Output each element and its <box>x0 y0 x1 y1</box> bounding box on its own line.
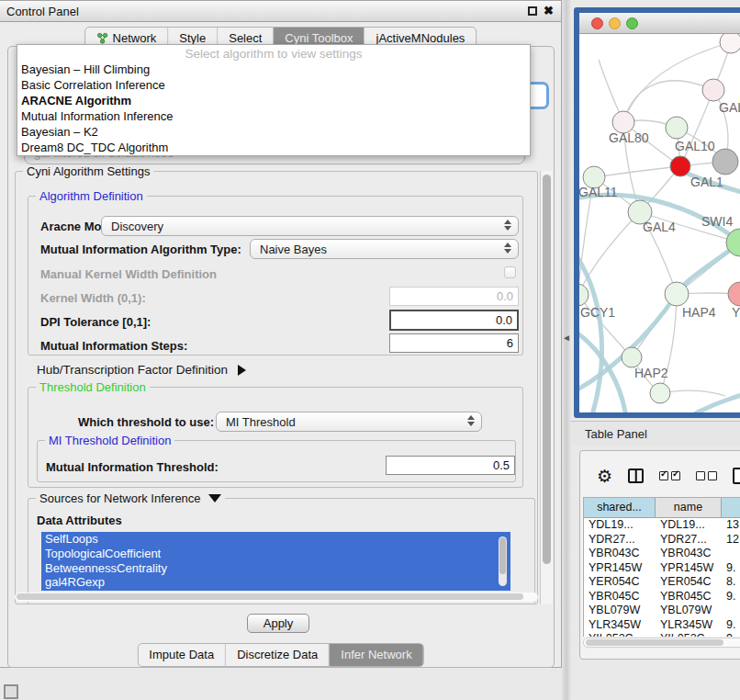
list-scrollbar[interactable] <box>499 536 507 586</box>
export-table-icon[interactable] <box>733 468 740 484</box>
table-row[interactable]: YLR345WYLR345W9. <box>584 618 740 633</box>
table-cell[interactable]: YDL19... <box>584 518 656 533</box>
table-cell[interactable]: YBR045C <box>656 590 722 604</box>
data-attribute-item[interactable]: gal4RGexp <box>41 575 510 590</box>
panel-splitter[interactable] <box>562 0 571 700</box>
network-node-y[interactable] <box>728 282 740 306</box>
dpi-tolerance-field[interactable]: 0.0 <box>389 310 519 331</box>
algorithm-option[interactable]: Bayesian – Hill Climbing <box>17 62 530 77</box>
table-row[interactable]: YIL052CYIL052C9 <box>584 632 740 637</box>
table-cell[interactable]: YLR345W <box>584 618 656 633</box>
tab-impute-data[interactable]: Impute Data <box>138 644 225 666</box>
table-cell[interactable]: YBR045C <box>584 590 656 604</box>
settings-horizontal-scrollbar[interactable] <box>15 593 538 602</box>
algorithm-option[interactable]: ARACNE Algorithm <box>17 93 530 108</box>
mi-steps-field[interactable]: 6 <box>389 333 519 353</box>
manual-kernel-width-checkbox[interactable] <box>504 266 516 278</box>
tab-infer-network[interactable]: Infer Network <box>329 644 422 666</box>
mi-threshold-field[interactable]: 0.5 <box>386 456 515 475</box>
split-columns-icon[interactable] <box>628 469 644 483</box>
table-cell[interactable]: 9. <box>722 561 740 576</box>
network-view-window: GALGAL80GAL10GAL1GAL11GAL4SWI4GCY1HAP4YH… <box>574 7 740 418</box>
splitter-collapse-icon[interactable]: ◄ <box>562 333 571 343</box>
column-header-name[interactable]: name <box>656 498 722 518</box>
algorithm-option[interactable]: Bayesian – K2 <box>17 124 530 140</box>
table-row[interactable]: YDR27...YDR27...12 <box>584 533 740 548</box>
network-node-hap2[interactable] <box>622 347 642 367</box>
aracne-mode-combobox[interactable]: Discovery <box>101 216 519 236</box>
table-panel-titlebar: Table Panel <box>571 421 740 446</box>
tab-select-label: Select <box>229 31 262 45</box>
expand-right-icon[interactable] <box>238 365 246 376</box>
network-node-gal[interactable] <box>702 79 724 101</box>
table-horizontal-scrollbar[interactable] <box>583 638 740 648</box>
table-cell[interactable]: YBL079W <box>584 604 656 618</box>
table-cell[interactable]: YDR27... <box>584 533 656 548</box>
table-row[interactable]: YDL19...YDL19...13 <box>584 518 740 533</box>
table-cell[interactable]: YLR345W <box>656 618 722 633</box>
network-node[interactable] <box>650 383 670 403</box>
mi-threshold-label: Mutual Information Threshold: <box>46 460 219 474</box>
algorithm-option[interactable]: Basic Correlation Inference <box>17 77 530 93</box>
table-cell[interactable]: YBR043C <box>656 547 722 561</box>
control-panel-window: Control Panel ✖ Network Style Select Cyn… <box>0 0 562 668</box>
data-attributes-list[interactable]: SelfLoopsTopologicalCoefficientBetweenne… <box>41 532 510 591</box>
table-cell[interactable]: YER054C <box>656 575 722 590</box>
table-cell[interactable]: YDR27... <box>656 533 722 548</box>
table-cell[interactable]: 8. <box>722 575 740 590</box>
hub-definition-label[interactable]: Hub/Transcription Factor Definition <box>37 363 246 377</box>
network-node-gal1[interactable] <box>670 156 690 176</box>
network-node[interactable] <box>712 149 738 175</box>
gear-icon[interactable]: ⚙ <box>597 468 612 485</box>
table-cell[interactable]: 12 <box>722 533 740 548</box>
table-row[interactable]: YBL079WYBL079W <box>584 604 740 618</box>
minimize-window-icon[interactable] <box>609 17 621 29</box>
table-cell[interactable] <box>722 547 740 561</box>
table-cell[interactable]: 13 <box>722 518 740 533</box>
algorithm-option[interactable]: Dream8 DC_TDC Algorithm <box>17 140 530 155</box>
mi-algorithm-type-combobox[interactable]: Naive Bayes <box>250 239 519 259</box>
table-cell[interactable]: YPR145W <box>656 561 722 576</box>
network-node-gal10[interactable] <box>666 117 688 139</box>
collapse-down-icon[interactable] <box>208 494 221 502</box>
table-cell[interactable]: YBR043C <box>584 547 656 561</box>
table-cell[interactable]: 9 <box>722 632 740 637</box>
close-window-icon[interactable] <box>591 17 603 29</box>
kernel-width-field[interactable]: 0.0 <box>389 287 519 306</box>
column-header-shared-name[interactable]: shared... <box>584 498 656 518</box>
data-attribute-item[interactable]: SelfLoops <box>41 532 510 547</box>
float-panel-icon[interactable] <box>528 6 537 16</box>
table-cell[interactable]: YIL052C <box>584 632 656 637</box>
which-threshold-combobox[interactable]: MI Threshold <box>216 412 482 432</box>
table-cell[interactable]: 9. <box>722 590 740 604</box>
algorithm-option[interactable]: Mutual Information Inference <box>17 108 530 124</box>
data-attribute-item[interactable]: BetweennessCentrality <box>41 561 510 576</box>
network-node-gcy1[interactable] <box>579 284 589 306</box>
network-node[interactable] <box>720 34 740 53</box>
table-cell[interactable]: YPR145W <box>584 561 656 576</box>
sources-group-title[interactable]: Sources for Network Inference <box>36 491 225 505</box>
select-all-columns-icon[interactable] <box>659 471 680 480</box>
table-cell[interactable] <box>722 604 740 618</box>
apply-button[interactable]: Apply <box>247 614 309 633</box>
table-row[interactable]: YER054CYER054C8. <box>584 575 740 590</box>
tab-discretize-data[interactable]: Discretize Data <box>225 644 329 666</box>
table-row[interactable]: YPR145WYPR145W9. <box>584 561 740 576</box>
network-node-hap4[interactable] <box>665 282 689 306</box>
data-attribute-item[interactable]: TopologicalCoefficient <box>41 547 510 561</box>
table-row[interactable]: YBR045CYBR045C9. <box>584 590 740 604</box>
table-cell[interactable]: YIL052C <box>656 632 722 637</box>
collapsed-panel-icon[interactable] <box>4 684 18 699</box>
data-attributes-label: Data Attributes <box>37 514 122 527</box>
table-cell[interactable]: 9. <box>722 618 740 633</box>
column-header-clipped[interactable] <box>722 498 740 518</box>
settings-vertical-scrollbar[interactable] <box>540 171 553 604</box>
table-cell[interactable]: YBL079W <box>656 604 722 618</box>
network-canvas[interactable]: GALGAL80GAL10GAL1GAL11GAL4SWI4GCY1HAP4YH… <box>579 34 740 412</box>
table-cell[interactable]: YER054C <box>584 575 656 590</box>
close-panel-icon[interactable]: ✖ <box>544 5 554 17</box>
zoom-window-icon[interactable] <box>626 17 638 29</box>
table-cell[interactable]: YDL19... <box>656 518 722 533</box>
table-row[interactable]: YBR043CYBR043C <box>584 547 740 561</box>
deselect-all-columns-icon[interactable] <box>696 471 717 480</box>
